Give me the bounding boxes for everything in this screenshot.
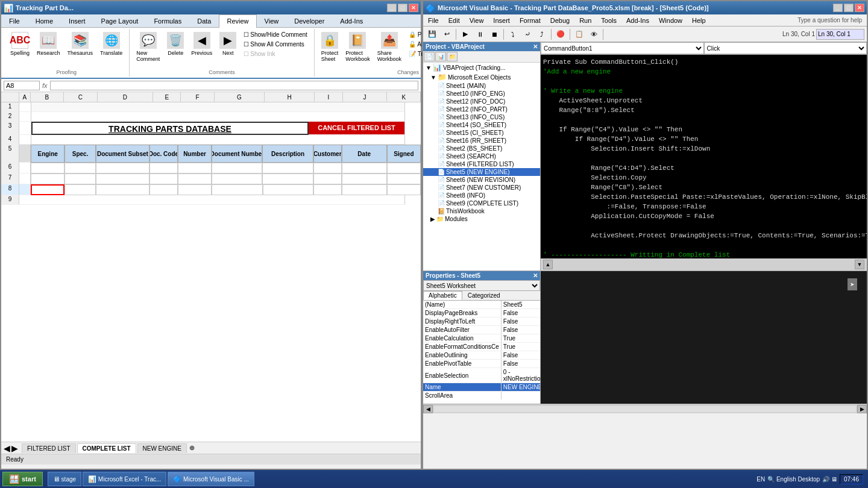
tab-data[interactable]: Data bbox=[189, 14, 219, 27]
tree-sheet1[interactable]: 📄 Sheet1 (MAIN) bbox=[423, 82, 540, 90]
run-button[interactable]: ▶ bbox=[459, 28, 472, 40]
protect-workbook-button[interactable]: 📔 ProtectWorkbook bbox=[342, 30, 373, 64]
tree-sheet6[interactable]: 📄 Sheet6 (NEW REVISION) bbox=[423, 176, 540, 184]
properties-object-select[interactable]: Sheet5 Worksheet bbox=[423, 280, 540, 291]
toggle-folders-button[interactable]: 📁 bbox=[447, 52, 458, 61]
tree-sheet9[interactable]: 📄 Sheet9 (COMPLETE LIST) bbox=[423, 199, 540, 207]
tab-view[interactable]: View bbox=[257, 14, 287, 27]
taskbar-vba[interactable]: 🔷 Microsoft Visual Basic ... bbox=[168, 472, 254, 486]
vba-minimize-button[interactable]: _ bbox=[833, 4, 843, 12]
previous-comment-button[interactable]: ◀ Previous bbox=[188, 30, 215, 58]
menu-insert[interactable]: Insert bbox=[488, 16, 515, 25]
formula-input[interactable] bbox=[50, 81, 418, 90]
prop-row-displayrighttoleft[interactable]: DisplayRightToLeftFalse bbox=[423, 318, 540, 326]
thesaurus-button[interactable]: 📚 Thesaurus bbox=[64, 30, 96, 58]
code-lower-area[interactable]: ➤ bbox=[541, 271, 867, 404]
tree-sheet12b[interactable]: 📄 Sheet12 (INFO_PART) bbox=[423, 105, 540, 113]
vba-restore-button[interactable]: □ bbox=[844, 4, 854, 12]
menu-file[interactable]: File bbox=[423, 16, 444, 25]
tab-new-engine[interactable]: NEW ENGINE bbox=[137, 443, 187, 453]
menu-view[interactable]: View bbox=[465, 16, 489, 25]
menu-edit[interactable]: Edit bbox=[444, 16, 465, 25]
prop-row-name-selected[interactable]: NameNEW ENGINE bbox=[423, 383, 540, 392]
step-out-button[interactable]: ⤴ bbox=[535, 28, 549, 40]
restore-button[interactable]: □ bbox=[398, 4, 407, 12]
menu-tools[interactable]: Tools bbox=[596, 16, 621, 25]
cell-reference-input[interactable] bbox=[4, 81, 40, 90]
tree-sheet4[interactable]: 📄 Sheet4 (FILTERED LIST) bbox=[423, 160, 540, 168]
new-comment-button[interactable]: 💬 NewComment bbox=[133, 30, 163, 64]
stop-button[interactable]: ⏹ bbox=[488, 28, 501, 40]
locals-button[interactable]: 📋 bbox=[573, 28, 586, 40]
prop-row-enablepivottable[interactable]: EnablePivotTableFalse bbox=[423, 360, 540, 368]
tab-formulas[interactable]: Formulas bbox=[146, 14, 189, 27]
prop-row-name[interactable]: (Name)Sheet5 bbox=[423, 301, 540, 309]
insert-sheet-button[interactable]: ⊕ bbox=[187, 443, 197, 453]
scroll-up-button[interactable]: ▲ bbox=[543, 260, 553, 269]
tab-developer[interactable]: Developer bbox=[286, 14, 332, 27]
tab-page-layout[interactable]: Page Layout bbox=[93, 14, 146, 27]
watch-button[interactable]: 👁 bbox=[587, 28, 600, 40]
tree-vbaproject[interactable]: ▼📊 VBAProject (Tracking... bbox=[423, 63, 540, 72]
scroll-down-button[interactable]: ▼ bbox=[855, 260, 864, 269]
menu-debug[interactable]: Debug bbox=[546, 16, 574, 25]
alphabetic-tab[interactable]: Alphabetic bbox=[423, 291, 462, 300]
minimize-button[interactable]: _ bbox=[387, 4, 397, 12]
tree-sheet14[interactable]: 📄 Sheet14 (SO_SHEET) bbox=[423, 121, 540, 129]
tree-sheet10[interactable]: 📄 Sheet10 (INFO_ENG) bbox=[423, 90, 540, 98]
prop-row-enableselection[interactable]: EnableSelection0 - xlNoRestrictions bbox=[423, 368, 540, 383]
protect-sheet-button[interactable]: 🔒 ProtectSheet bbox=[318, 30, 342, 64]
step-over-button[interactable]: ⤾ bbox=[521, 28, 534, 40]
prop-row-enableformatconditions[interactable]: EnableFormatConditionsCeTrue bbox=[423, 343, 540, 351]
hscroll-right-button[interactable]: ▶ bbox=[857, 405, 867, 413]
cancel-filtered-list-button[interactable]: CANCEL FILTERED LIST bbox=[309, 122, 405, 135]
code-editor[interactable]: Private Sub CommandButton1_Click() 'Add … bbox=[541, 55, 867, 258]
tree-sheet16[interactable]: 📄 Sheet16 (RR_SHEET) bbox=[423, 137, 540, 145]
tree-sheet5[interactable]: 📄 Sheet5 (NEW ENGINE) bbox=[423, 168, 540, 176]
prop-row-enableautofilter[interactable]: EnableAutoFilterFalse bbox=[423, 326, 540, 334]
tab-add-ins[interactable]: Add-Ins bbox=[332, 14, 371, 27]
tab-file[interactable]: File bbox=[1, 14, 28, 27]
undo-toolbar-button[interactable]: ↩ bbox=[440, 28, 453, 40]
tree-sheet3[interactable]: 📄 Sheet3 (SEARCH) bbox=[423, 152, 540, 160]
tree-modules[interactable]: ▶📁 Modules bbox=[423, 215, 540, 223]
properties-close-button[interactable]: ✕ bbox=[533, 272, 538, 279]
tree-sheet2[interactable]: 📄 Sheet2 (BS_SHEET) bbox=[423, 145, 540, 152]
breakpoint-button[interactable]: 🔴 bbox=[554, 28, 567, 40]
spelling-button[interactable]: ABC Spelling bbox=[7, 30, 33, 58]
menu-format[interactable]: Format bbox=[515, 16, 546, 25]
menu-help[interactable]: Help bbox=[687, 16, 711, 25]
object-dropdown[interactable]: CommandButton1 bbox=[541, 42, 704, 54]
prop-row-enablecalculation[interactable]: EnableCalculationTrue bbox=[423, 334, 540, 343]
save-toolbar-button[interactable]: 💾 bbox=[426, 28, 439, 40]
taskbar-excel[interactable]: 📊 Microsoft Excel - Trac... bbox=[83, 472, 166, 486]
tree-sheet12a[interactable]: 📄 Sheet12 (INFO_DOC) bbox=[423, 98, 540, 105]
tree-sheet13[interactable]: 📄 Sheet13 (INFO_CUS) bbox=[423, 113, 540, 121]
next-comment-button[interactable]: ▶ Next bbox=[216, 30, 239, 58]
menu-run[interactable]: Run bbox=[574, 16, 596, 25]
procedure-dropdown[interactable]: Click bbox=[704, 42, 867, 54]
tab-review[interactable]: Review bbox=[219, 14, 256, 28]
menu-window[interactable]: Window bbox=[654, 16, 687, 25]
translate-button[interactable]: 🌐 Translate bbox=[97, 30, 125, 58]
taskbar-stage[interactable]: 🖥 stage bbox=[48, 472, 81, 486]
research-button[interactable]: 📖 Research bbox=[34, 30, 63, 58]
start-button[interactable]: 🪟 start bbox=[2, 472, 43, 486]
project-close-button[interactable]: ✕ bbox=[533, 43, 538, 50]
scroll-right-icon[interactable]: ▶ bbox=[11, 443, 18, 453]
tab-filtered-list[interactable]: FILTERED LIST bbox=[22, 443, 76, 453]
break-button[interactable]: ⏸ bbox=[473, 28, 486, 40]
show-hide-comment-button[interactable]: ☐ Show/Hide Comment bbox=[241, 30, 310, 39]
close-button[interactable]: ✕ bbox=[409, 4, 418, 12]
tab-insert[interactable]: Insert bbox=[61, 14, 93, 27]
menu-add-ins[interactable]: Add-Ins bbox=[621, 16, 654, 25]
step-into-button[interactable]: ⤵ bbox=[506, 28, 520, 40]
show-all-comments-button[interactable]: ☐ Show All Comments bbox=[241, 40, 310, 49]
share-workbook-button[interactable]: 📤 ShareWorkbook bbox=[374, 30, 404, 64]
tree-sheet8[interactable]: 📄 Sheet8 (INFO) bbox=[423, 192, 540, 199]
tree-microsoft-excel[interactable]: ▼📁 Microsoft Excel Objects bbox=[423, 72, 540, 82]
vba-close-button[interactable]: ✕ bbox=[855, 4, 864, 12]
tab-home[interactable]: Home bbox=[28, 14, 61, 27]
prop-row-scrollarea[interactable]: ScrollArea bbox=[423, 392, 540, 400]
delete-comment-button[interactable]: 🗑️ Delete bbox=[164, 30, 187, 58]
